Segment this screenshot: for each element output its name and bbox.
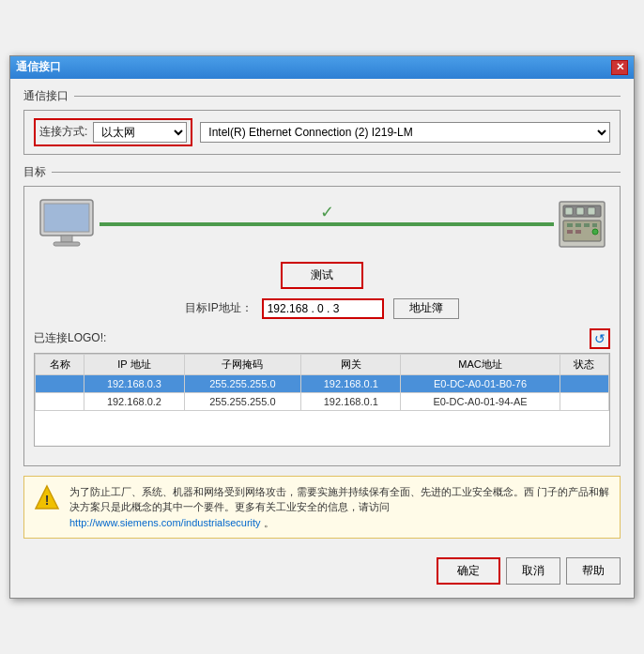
plc-icon [554,196,610,252]
test-button[interactable]: 测试 [281,262,363,289]
pc-icon [34,196,100,252]
refresh-button[interactable]: ↺ [590,328,610,349]
svg-rect-2 [61,236,72,242]
warning-text: 为了防止工厂、系统、机器和网络受到网络攻击，需要实施并持续保有全面、先进的工业安… [69,484,610,531]
main-window: 通信接口 ✕ 通信接口 连接方式: 以太网 Intel(R) Ethernet … [9,55,635,600]
ip-input[interactable] [262,298,384,319]
comm-section-header: 通信接口 [23,88,621,104]
address-book-button[interactable]: 地址簿 [393,298,459,319]
svg-rect-3 [54,242,80,246]
connection-group: 连接方式: 以太网 Intel(R) Ethernet Connection (… [23,110,621,155]
checkmark-icon: ✓ [320,202,334,222]
warning-section: ! 为了防止工厂、系统、机器和网络受到网络攻击，需要实施并持续保有全面、先进的工… [23,476,621,540]
connection-line: ✓ [100,222,554,226]
device-tbody: 192.168.0.3255.255.255.0192.168.0.1E0-DC… [36,374,609,410]
svg-rect-11 [575,223,581,227]
device-row: ✓ [34,196,610,252]
connected-label: 已连接LOGO!: [34,330,106,346]
target-section-label: 目标 [23,164,46,180]
svg-rect-1 [44,204,89,232]
warning-icon: ! [34,484,60,510]
warning-text-3: 。 [264,517,274,528]
svg-point-16 [592,229,598,235]
ok-button[interactable]: 确定 [437,557,500,585]
svg-rect-14 [567,230,573,234]
ip-row: 目标IP地址： 地址簿 [34,298,610,319]
warning-text-1: 为了防止工厂、系统、机器和网络受到网络攻击，需要实施并持续保有全面、先进的工业安… [69,486,534,497]
svg-rect-12 [584,223,590,227]
pc-svg [35,198,99,252]
adapter-select[interactable]: Intel(R) Ethernet Connection (2) I219-LM [200,122,610,143]
plc-svg [558,198,606,251]
table-wrapper: 名称 IP 地址 子网掩码 网关 MAC地址 状态 192.168.0.3255… [34,353,610,447]
connection-type-box: 连接方式: 以太网 [34,118,192,146]
svg-rect-7 [576,207,584,215]
svg-rect-15 [575,230,581,234]
col-mac: MAC地址 [401,354,560,374]
connected-header-row: 已连接LOGO!: ↺ [34,328,610,349]
help-button[interactable]: 帮助 [566,557,621,585]
ip-label: 目标IP地址： [185,300,252,316]
col-name: 名称 [36,354,84,374]
section-divider [74,96,621,97]
svg-rect-8 [588,207,595,215]
cancel-button[interactable]: 取消 [506,557,560,585]
test-button-row: 测试 [34,262,610,289]
target-group: ✓ [23,186,621,466]
table-header-row: 名称 IP 地址 子网掩码 网关 MAC地址 状态 [36,354,609,374]
comm-section-label: 通信接口 [23,88,69,104]
col-gateway: 网关 [301,354,401,374]
devices-table: 名称 IP 地址 子网掩码 网关 MAC地址 状态 192.168.0.3255… [35,354,609,411]
table-row[interactable]: 192.168.0.2255.255.255.0192.168.0.1E0-DC… [36,392,609,410]
svg-rect-13 [592,223,597,227]
col-subnet: 子网掩码 [184,354,301,374]
window-title: 通信接口 [16,59,61,75]
bottom-buttons: 确定 取消 帮助 [23,552,621,588]
col-ip: IP 地址 [84,354,184,374]
target-divider [52,172,621,173]
connection-row: 连接方式: 以太网 Intel(R) Ethernet Connection (… [34,118,610,146]
table-row[interactable]: 192.168.0.3255.255.255.0192.168.0.1E0-DC… [36,374,609,392]
svg-rect-6 [565,207,573,215]
connected-section: 已连接LOGO!: ↺ 名称 IP 地址 子网掩码 网关 MAC地址 状态 [34,328,610,447]
titlebar: 通信接口 ✕ [10,56,634,79]
connection-label: 连接方式: [39,124,87,140]
close-button[interactable]: ✕ [611,60,628,75]
col-status: 状态 [560,354,608,374]
svg-text:!: ! [45,493,50,508]
svg-rect-10 [567,223,573,227]
main-content: 通信接口 连接方式: 以太网 Intel(R) Ethernet Connect… [10,79,634,599]
target-section-header: 目标 [23,164,621,180]
connection-type-select[interactable]: 以太网 [93,122,187,143]
warning-link[interactable]: http://www.siemens.com/industrialsecurit… [69,517,261,528]
